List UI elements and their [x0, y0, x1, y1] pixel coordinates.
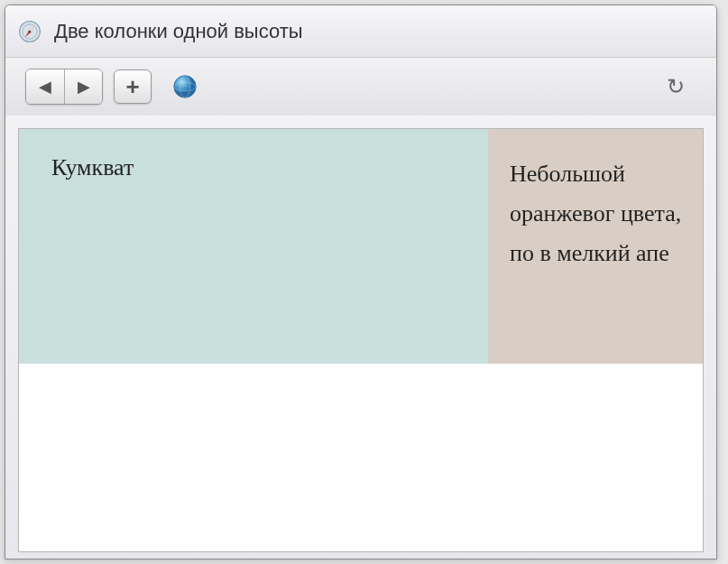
content-viewport: Кумкват Небольшой оранжевог цвета, по в … — [18, 128, 704, 552]
window-title: Две колонки одной высоты — [54, 20, 303, 43]
back-button[interactable]: ◀ — [26, 69, 64, 104]
forward-button[interactable]: ▶ — [64, 69, 102, 104]
toolbar: ◀ ▶ + ↻ — [5, 58, 716, 116]
two-column-layout: Кумкват Небольшой оранжевог цвета, по в … — [19, 129, 703, 364]
left-column: Кумкват — [19, 129, 488, 364]
svg-point-4 — [29, 30, 31, 32]
right-column: Небольшой оранжевог цвета, по в мелкий а… — [488, 129, 703, 364]
globe-icon — [171, 73, 198, 100]
titlebar: Две колонки одной высоты — [5, 5, 716, 58]
nav-buttons: ◀ ▶ — [25, 69, 103, 105]
svg-point-5 — [174, 76, 196, 97]
add-tab-button[interactable]: + — [114, 69, 152, 104]
browser-window: Две колонки одной высоты ◀ ▶ + — [5, 5, 717, 559]
left-column-text: Кумкват — [51, 154, 134, 180]
refresh-button[interactable]: ↻ — [659, 69, 693, 104]
right-column-text: Небольшой оранжевог цвета, по в мелкий а… — [510, 161, 681, 266]
address-area: ↻ — [166, 69, 696, 104]
content-whitespace — [19, 364, 703, 544]
safari-icon — [18, 20, 41, 43]
